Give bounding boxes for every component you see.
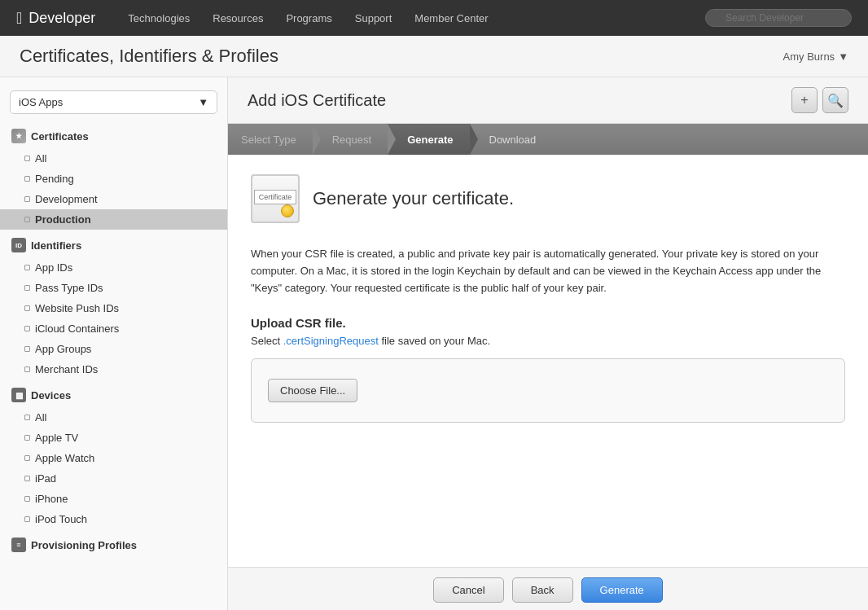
sidebar-section-id-header: ID Identifiers <box>0 233 227 257</box>
step-download[interactable]: Download <box>470 124 553 155</box>
search-wrapper: 🔍 <box>705 9 852 27</box>
content-header: Add iOS Certificate + 🔍 <box>228 77 868 124</box>
content-actions: + 🔍 <box>791 87 848 113</box>
bullet-icon <box>24 516 30 522</box>
bullet-icon <box>24 496 30 502</box>
sidebar-item-icloud-containers-label: iCloud Containers <box>35 323 119 335</box>
sidebar-item-production-label: Production <box>35 213 91 226</box>
add-button[interactable]: + <box>791 87 818 113</box>
user-menu-chevron-icon: ▼ <box>838 50 848 63</box>
sidebar-item-all-certs[interactable]: All <box>0 148 227 169</box>
sidebar-item-ipad[interactable]: iPad <box>0 468 227 489</box>
sidebar-item-iphone[interactable]: iPhone <box>0 489 227 509</box>
step-request-label: Request <box>332 134 371 146</box>
page-header: Certificates, Identifiers & Profiles Amy… <box>0 36 868 77</box>
step-arrow-icon <box>470 124 478 155</box>
bullet-icon <box>24 476 30 481</box>
bullet-icon <box>24 366 30 372</box>
sidebar-item-merchant-ids-label: Merchant IDs <box>35 363 98 375</box>
sidebar-item-icloud-containers[interactable]: iCloud Containers <box>0 318 227 339</box>
sidebar-item-pass-type-ids-label: Pass Type IDs <box>35 282 103 294</box>
cert-header: Certificate Generate your certificate. <box>251 174 845 223</box>
sidebar-item-pending-label: Pending <box>35 173 74 185</box>
sidebar-item-apple-tv[interactable]: Apple TV <box>0 428 227 448</box>
step-select-type[interactable]: Select Type <box>228 124 313 155</box>
sidebar-item-merchant-ids[interactable]: Merchant IDs <box>0 359 227 380</box>
sidebar-item-development[interactable]: Development <box>0 189 227 209</box>
sidebar-section-certificates: ★ Certificates All Pending Development P… <box>0 124 227 230</box>
sidebar-item-apple-watch[interactable]: Apple Watch <box>0 448 227 468</box>
footer-bar: Cancel Back Generate <box>228 567 868 610</box>
main-layout: iOS Apps ▼ ★ Certificates All Pending De… <box>0 77 868 610</box>
sidebar-item-website-push-ids-label: Website Push IDs <box>35 302 119 314</box>
nav-programs[interactable]: Programs <box>286 12 331 24</box>
sidebar-item-apple-watch-label: Apple Watch <box>35 452 94 464</box>
steps-bar: Select Type Request Generate Download <box>228 124 868 155</box>
sidebar-item-website-push-ids[interactable]: Website Push IDs <box>0 298 227 318</box>
step-request[interactable]: Request <box>313 124 388 155</box>
upload-subtitle-post: file saved on your Mac. <box>379 335 490 347</box>
cancel-button[interactable]: Cancel <box>433 577 503 603</box>
upload-subtitle: Select .certSigningRequest file saved on… <box>251 335 845 347</box>
sidebar-item-production[interactable]: Production <box>0 209 227 230</box>
sidebar-item-pass-type-ids[interactable]: Pass Type IDs <box>0 278 227 298</box>
sidebar-item-apple-tv-label: Apple TV <box>35 432 78 444</box>
sidebar-item-development-label: Development <box>35 193 98 205</box>
choose-file-button[interactable]: Choose File... <box>268 379 357 402</box>
sidebar-item-all-certs-label: All <box>35 152 46 165</box>
profiles-section-icon: ≡ <box>11 538 26 552</box>
step-select-type-label: Select Type <box>241 134 296 146</box>
certificate-icon: Certificate <box>251 174 300 223</box>
sidebar-item-ipod-touch[interactable]: iPod Touch <box>0 509 227 529</box>
sidebar-item-app-groups[interactable]: App Groups <box>0 339 227 359</box>
content-area: Add iOS Certificate + 🔍 Select Type Requ… <box>228 77 868 610</box>
platform-dropdown-label: iOS Apps <box>19 96 63 108</box>
top-navigation:  Developer Technologies Resources Progr… <box>0 0 868 36</box>
apple-logo-icon:  <box>16 9 22 28</box>
content-title: Add iOS Certificate <box>248 91 386 110</box>
sidebar-item-app-ids-label: App IDs <box>35 261 72 274</box>
search-button[interactable]: 🔍 <box>822 87 848 113</box>
bullet-icon <box>24 455 30 461</box>
page-heading: Generate your certificate. <box>313 188 514 209</box>
step-generate[interactable]: Generate <box>388 124 469 155</box>
sidebar-item-app-ids[interactable]: App IDs <box>0 257 227 278</box>
bullet-icon <box>24 285 30 291</box>
generate-button[interactable]: Generate <box>581 577 663 603</box>
sidebar-item-iphone-label: iPhone <box>35 493 68 505</box>
step-arrow-icon <box>313 124 321 155</box>
sidebar-item-app-groups-label: App Groups <box>35 343 91 355</box>
nav-resources[interactable]: Resources <box>213 12 263 24</box>
step-generate-label: Generate <box>407 134 453 146</box>
sidebar-section-cert-header: ★ Certificates <box>0 124 227 148</box>
platform-dropdown-chevron-icon: ▼ <box>198 96 208 108</box>
identifiers-section-icon: ID <box>11 238 26 252</box>
bullet-icon <box>24 346 30 352</box>
upload-section: Upload CSR file. Select .certSigningRequ… <box>251 316 845 423</box>
nav-support[interactable]: Support <box>355 12 392 24</box>
sidebar-item-ipad-label: iPad <box>35 472 56 485</box>
bullet-icon <box>24 217 30 222</box>
user-menu[interactable]: Amy Burns ▼ <box>783 50 848 63</box>
bullet-icon <box>24 265 30 270</box>
app-logo:  Developer <box>16 9 95 28</box>
sidebar-section-devices: ▩ Devices All Apple TV Apple Watch iPad <box>0 383 227 529</box>
platform-dropdown[interactable]: iOS Apps ▼ <box>10 90 217 114</box>
certificates-section-label: Certificates <box>31 130 89 143</box>
cert-signing-request-link[interactable]: .certSigningRequest <box>283 335 379 347</box>
back-button[interactable]: Back <box>512 577 573 603</box>
search-input[interactable] <box>705 9 852 27</box>
sidebar-item-all-devices[interactable]: All <box>0 407 227 428</box>
user-name: Amy Burns <box>783 50 835 63</box>
nav-member-center[interactable]: Member Center <box>414 12 488 24</box>
page-title: Certificates, Identifiers & Profiles <box>20 46 278 67</box>
file-upload-box: Choose File... <box>251 358 845 423</box>
upload-subtitle-pre: Select <box>251 335 283 347</box>
nav-technologies[interactable]: Technologies <box>128 12 190 24</box>
bullet-icon <box>24 326 30 331</box>
sidebar-item-pending[interactable]: Pending <box>0 169 227 189</box>
identifiers-section-label: Identifiers <box>31 239 81 252</box>
bullet-icon <box>24 176 30 182</box>
bullet-icon <box>24 415 30 420</box>
profiles-section-label: Provisioning Profiles <box>31 539 137 551</box>
